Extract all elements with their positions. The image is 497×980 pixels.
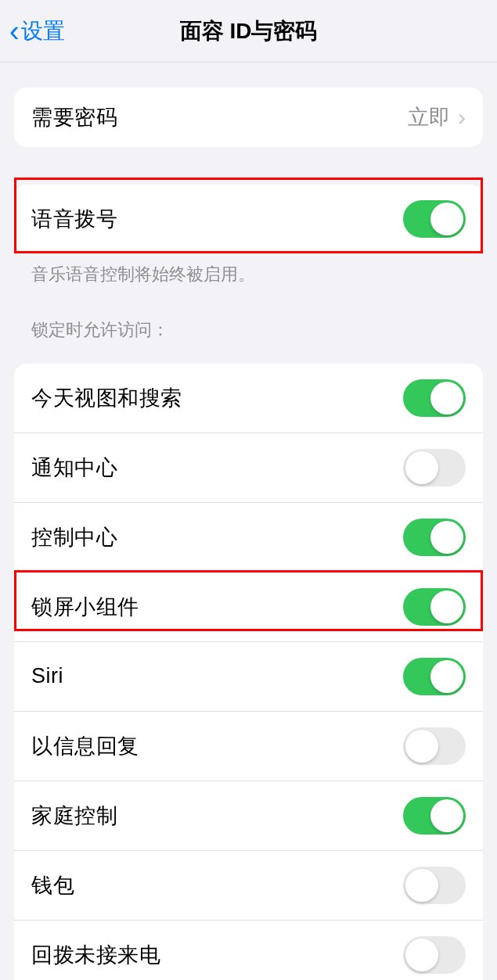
require-passcode-group: 需要密码 立即 ›: [14, 88, 483, 147]
siri-label: Siri: [31, 664, 63, 688]
toggle-knob: [430, 521, 463, 554]
reply-with-message-label: 以信息回复: [31, 732, 139, 760]
reply-with-message-toggle[interactable]: [403, 727, 466, 765]
notification-center-toggle[interactable]: [403, 449, 466, 486]
back-button[interactable]: ‹ 设置: [9, 16, 65, 46]
voice-dial-label: 语音拨号: [31, 205, 117, 233]
lock-screen-widgets-toggle[interactable]: [403, 588, 466, 626]
home-control-row: 家庭控制: [14, 781, 483, 850]
return-missed-calls-toggle[interactable]: [403, 936, 466, 974]
require-passcode-row[interactable]: 需要密码 立即 ›: [14, 88, 483, 147]
return-missed-calls-label: 回拨未接来电: [31, 941, 160, 969]
toggle-knob: [405, 451, 438, 484]
row-right: 立即 ›: [408, 103, 466, 131]
voice-dial-toggle[interactable]: [403, 200, 466, 238]
toggle-knob: [405, 869, 438, 902]
control-center-row: 控制中心: [14, 502, 483, 572]
chevron-right-icon: ›: [458, 104, 466, 131]
chevron-left-icon: ‹: [9, 16, 20, 46]
siri-toggle[interactable]: [403, 658, 466, 695]
lock-screen-group: 今天视图和搜索 通知中心 控制中心 锁屏小组件: [14, 364, 483, 980]
return-missed-calls-row: 回拨未接来电: [14, 920, 483, 980]
control-center-label: 控制中心: [31, 523, 117, 551]
wallet-label: 钱包: [31, 871, 74, 899]
siri-row: Siri: [14, 641, 483, 711]
notification-center-label: 通知中心: [31, 454, 117, 482]
require-passcode-value: 立即: [408, 103, 450, 131]
home-control-label: 家庭控制: [31, 802, 117, 830]
toggle-knob: [430, 591, 463, 623]
header-bar: ‹ 设置 面容 ID与密码: [0, 0, 497, 63]
lock-screen-widgets-label: 锁屏小组件: [31, 593, 139, 621]
page-title: 面容 ID与密码: [180, 16, 318, 46]
wallet-row: 钱包: [14, 850, 483, 920]
wallet-toggle[interactable]: [403, 867, 466, 904]
lock-screen-widgets-row: 锁屏小组件: [14, 572, 483, 641]
require-passcode-label: 需要密码: [31, 103, 117, 131]
today-view-toggle[interactable]: [403, 379, 466, 417]
toggle-knob: [405, 939, 438, 971]
toggle-knob: [430, 799, 463, 832]
toggle-knob: [430, 660, 463, 693]
voice-dial-footer: 音乐语音控制将始终被启用。: [14, 253, 483, 287]
voice-dial-group: 语音拨号: [14, 185, 483, 253]
voice-dial-row: 语音拨号: [14, 185, 483, 253]
today-view-label: 今天视图和搜索: [31, 384, 182, 412]
back-label: 设置: [21, 16, 65, 46]
toggle-knob: [430, 203, 463, 235]
lock-screen-section-header: 锁定时允许访问：: [14, 287, 483, 351]
notification-center-row: 通知中心: [14, 433, 483, 502]
toggle-knob: [405, 730, 438, 763]
toggle-knob: [430, 382, 463, 415]
control-center-toggle[interactable]: [403, 519, 466, 556]
today-view-row: 今天视图和搜索: [14, 364, 483, 433]
home-control-toggle[interactable]: [403, 797, 466, 835]
reply-with-message-row: 以信息回复: [14, 711, 483, 781]
